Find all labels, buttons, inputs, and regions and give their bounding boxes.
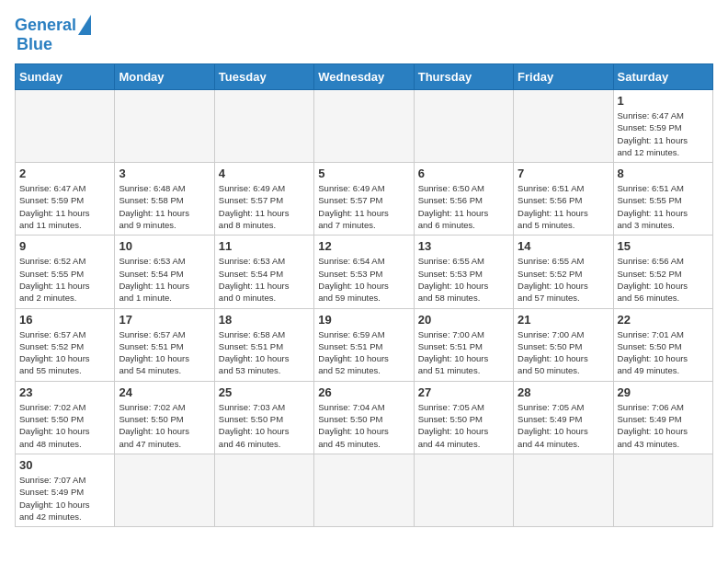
logo-blue: Blue [17,35,52,54]
day-number: 14 [518,239,609,253]
day-number: 11 [219,239,310,253]
day-info: Sunrise: 7:04 AM Sunset: 5:50 PM Dayligh… [318,401,409,450]
day-info: Sunrise: 6:56 AM Sunset: 5:52 PM Dayligh… [618,255,709,304]
calendar-row-6: 30Sunrise: 7:07 AM Sunset: 5:49 PM Dayli… [16,454,713,526]
weekday-thursday: Thursday [414,64,513,90]
weekday-wednesday: Wednesday [314,64,414,90]
day-info: Sunrise: 7:07 AM Sunset: 5:49 PM Dayligh… [19,474,110,523]
day-number: 5 [318,167,409,180]
calendar-cell: 25Sunrise: 7:03 AM Sunset: 5:50 PM Dayli… [214,381,313,454]
day-info: Sunrise: 6:47 AM Sunset: 5:59 PM Dayligh… [19,182,110,231]
day-number: 10 [119,239,210,253]
calendar-cell [214,454,313,526]
calendar-cell [613,454,712,526]
day-number: 3 [119,167,210,180]
calendar-cell: 12Sunrise: 6:54 AM Sunset: 5:53 PM Dayli… [314,236,414,308]
calendar-body: 1Sunrise: 6:47 AM Sunset: 5:59 PM Daylig… [16,90,713,527]
calendar-cell: 13Sunrise: 6:55 AM Sunset: 5:53 PM Dayli… [414,236,513,308]
day-info: Sunrise: 6:53 AM Sunset: 5:54 PM Dayligh… [119,255,210,304]
calendar-row-3: 9Sunrise: 6:52 AM Sunset: 5:55 PM Daylig… [16,236,713,308]
day-number: 7 [518,167,609,180]
day-info: Sunrise: 6:47 AM Sunset: 5:59 PM Dayligh… [618,109,709,158]
calendar-cell: 28Sunrise: 7:05 AM Sunset: 5:49 PM Dayli… [514,381,613,454]
logo-general: General [15,16,76,34]
day-info: Sunrise: 6:55 AM Sunset: 5:53 PM Dayligh… [418,255,509,304]
calendar-row-1: 1Sunrise: 6:47 AM Sunset: 5:59 PM Daylig… [16,90,713,163]
logo-text: General [15,16,76,35]
day-info: Sunrise: 7:05 AM Sunset: 5:49 PM Dayligh… [518,401,609,450]
calendar-row-2: 2Sunrise: 6:47 AM Sunset: 5:59 PM Daylig… [16,163,713,236]
day-number: 1 [618,94,709,108]
calendar-cell [414,454,513,526]
day-number: 13 [418,239,509,253]
calendar-cell [514,90,613,163]
day-info: Sunrise: 7:06 AM Sunset: 5:49 PM Dayligh… [618,401,709,450]
calendar-cell [214,90,313,163]
calendar-cell: 17Sunrise: 6:57 AM Sunset: 5:51 PM Dayli… [115,308,214,381]
day-number: 6 [418,167,509,180]
calendar-cell: 27Sunrise: 7:05 AM Sunset: 5:50 PM Dayli… [414,381,513,454]
day-number: 8 [618,167,709,180]
day-number: 4 [219,167,310,180]
day-info: Sunrise: 6:51 AM Sunset: 5:55 PM Dayligh… [618,182,709,231]
calendar-table: SundayMondayTuesdayWednesdayThursdayFrid… [15,63,713,527]
calendar-cell: 20Sunrise: 7:00 AM Sunset: 5:51 PM Dayli… [414,308,513,381]
weekday-header-row: SundayMondayTuesdayWednesdayThursdayFrid… [16,64,713,90]
calendar-cell: 2Sunrise: 6:47 AM Sunset: 5:59 PM Daylig… [16,163,115,236]
calendar-cell: 6Sunrise: 6:50 AM Sunset: 5:56 PM Daylig… [414,163,513,236]
calendar-cell [115,90,214,163]
calendar-cell: 9Sunrise: 6:52 AM Sunset: 5:55 PM Daylig… [16,236,115,308]
calendar-cell [414,90,513,163]
calendar-cell: 15Sunrise: 6:56 AM Sunset: 5:52 PM Dayli… [613,236,712,308]
day-info: Sunrise: 6:50 AM Sunset: 5:56 PM Dayligh… [418,182,509,231]
weekday-friday: Friday [514,64,613,90]
day-info: Sunrise: 6:59 AM Sunset: 5:51 PM Dayligh… [318,328,409,377]
calendar-cell [16,90,115,163]
day-info: Sunrise: 6:57 AM Sunset: 5:52 PM Dayligh… [19,328,110,377]
calendar-cell: 5Sunrise: 6:49 AM Sunset: 5:57 PM Daylig… [314,163,414,236]
day-number: 25 [219,385,310,399]
calendar-cell: 23Sunrise: 7:02 AM Sunset: 5:50 PM Dayli… [16,381,115,454]
day-number: 17 [119,313,210,327]
day-number: 22 [618,313,709,327]
day-number: 24 [119,385,210,399]
day-number: 28 [518,385,609,399]
day-info: Sunrise: 6:52 AM Sunset: 5:55 PM Dayligh… [19,255,110,304]
day-info: Sunrise: 6:51 AM Sunset: 5:56 PM Dayligh… [518,182,609,231]
calendar-cell: 22Sunrise: 7:01 AM Sunset: 5:50 PM Dayli… [613,308,712,381]
calendar-cell [115,454,214,526]
calendar-cell: 7Sunrise: 6:51 AM Sunset: 5:56 PM Daylig… [514,163,613,236]
calendar-cell [314,454,414,526]
day-number: 26 [318,385,409,399]
day-info: Sunrise: 6:58 AM Sunset: 5:51 PM Dayligh… [219,328,310,377]
day-info: Sunrise: 7:00 AM Sunset: 5:51 PM Dayligh… [418,328,509,377]
calendar-cell: 19Sunrise: 6:59 AM Sunset: 5:51 PM Dayli… [314,308,414,381]
day-info: Sunrise: 7:00 AM Sunset: 5:50 PM Dayligh… [518,328,609,377]
calendar-cell: 21Sunrise: 7:00 AM Sunset: 5:50 PM Dayli… [514,308,613,381]
day-number: 9 [19,239,110,253]
day-number: 12 [318,239,409,253]
day-number: 19 [318,313,409,327]
day-info: Sunrise: 6:54 AM Sunset: 5:53 PM Dayligh… [318,255,409,304]
day-info: Sunrise: 7:02 AM Sunset: 5:50 PM Dayligh… [19,401,110,450]
day-number: 20 [418,313,509,327]
page-header: General Blue [15,15,713,54]
day-info: Sunrise: 7:01 AM Sunset: 5:50 PM Dayligh… [618,328,709,377]
calendar-cell: 30Sunrise: 7:07 AM Sunset: 5:49 PM Dayli… [16,454,115,526]
day-number: 2 [19,167,110,180]
day-number: 18 [219,313,310,327]
calendar-cell: 4Sunrise: 6:49 AM Sunset: 5:57 PM Daylig… [214,163,313,236]
day-number: 23 [19,385,110,399]
calendar-cell: 3Sunrise: 6:48 AM Sunset: 5:58 PM Daylig… [115,163,214,236]
weekday-sunday: Sunday [16,64,115,90]
day-number: 16 [19,313,110,327]
calendar-cell: 29Sunrise: 7:06 AM Sunset: 5:49 PM Dayli… [613,381,712,454]
day-number: 29 [618,385,709,399]
calendar-cell: 10Sunrise: 6:53 AM Sunset: 5:54 PM Dayli… [115,236,214,308]
day-info: Sunrise: 6:49 AM Sunset: 5:57 PM Dayligh… [219,182,310,231]
weekday-monday: Monday [115,64,214,90]
calendar-cell: 16Sunrise: 6:57 AM Sunset: 5:52 PM Dayli… [16,308,115,381]
day-info: Sunrise: 6:49 AM Sunset: 5:57 PM Dayligh… [318,182,409,231]
weekday-tuesday: Tuesday [214,64,313,90]
calendar-cell: 24Sunrise: 7:02 AM Sunset: 5:50 PM Dayli… [115,381,214,454]
